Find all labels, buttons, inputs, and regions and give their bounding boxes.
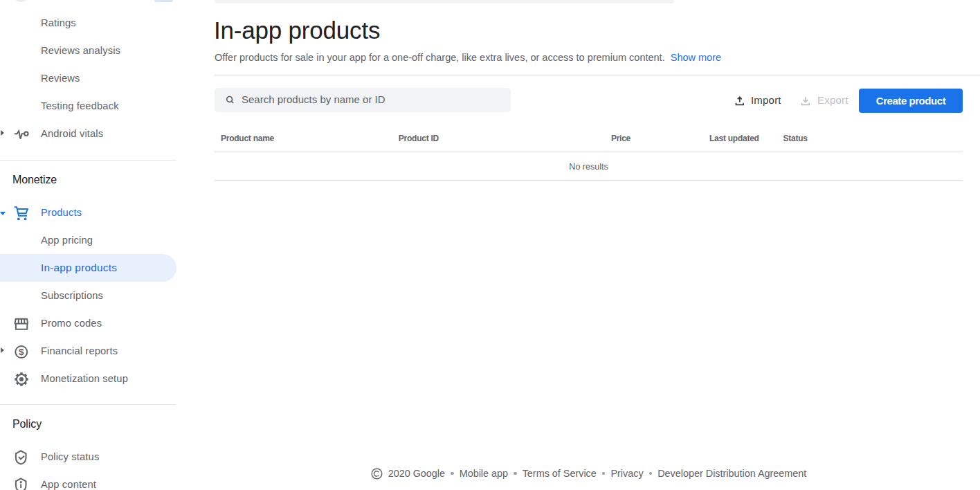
svg-text:$: $	[19, 347, 24, 357]
